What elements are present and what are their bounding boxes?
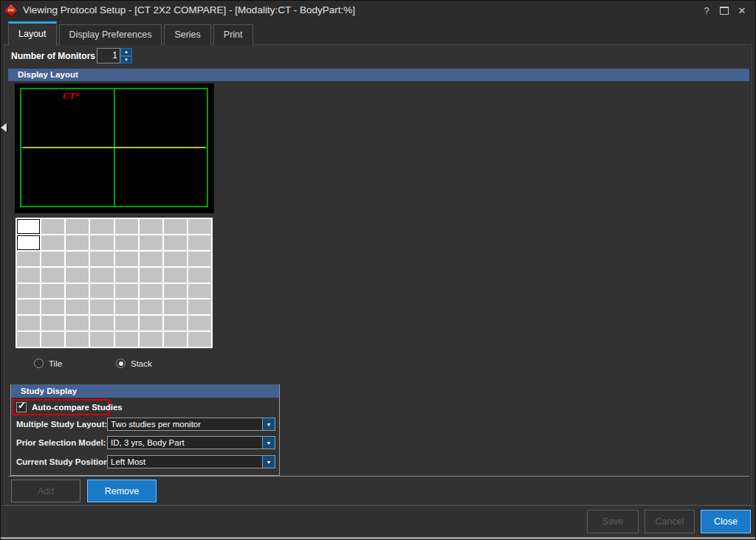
grid-selector-cell[interactable]	[140, 300, 162, 314]
grid-selector-cell[interactable]	[66, 284, 89, 299]
grid-selector-cell[interactable]	[17, 252, 40, 266]
multiple-study-layout-select[interactable]: Two studies per monitor ▼	[107, 418, 275, 431]
grid-selector-cell[interactable]	[164, 300, 187, 314]
help-button[interactable]: ?	[698, 2, 715, 18]
grid-selector-cell[interactable]	[41, 316, 64, 330]
grid-selector-cell[interactable]	[164, 316, 187, 330]
grid-selector-cell[interactable]	[164, 252, 187, 266]
spinner-down-button[interactable]: ▼	[120, 56, 132, 64]
grid-selector-cell[interactable]	[41, 332, 64, 347]
grid-selector-cell[interactable]	[188, 300, 211, 314]
remove-button[interactable]: Remove	[87, 480, 157, 502]
chevron-down-icon[interactable]: ▼	[262, 418, 275, 430]
grid-selector-cell[interactable]	[17, 332, 40, 347]
grid-selector-cell[interactable]	[188, 284, 211, 299]
grid-selector-cell[interactable]	[17, 316, 40, 330]
grid-selector-cell[interactable]	[188, 235, 211, 250]
tab-print[interactable]: Print	[213, 24, 253, 45]
grid-selector-cell[interactable]	[188, 332, 211, 347]
mouse-cursor	[1, 123, 7, 132]
tab-series[interactable]: Series	[164, 24, 210, 45]
preview-cell[interactable]	[115, 148, 207, 206]
grid-selector-cell[interactable]	[90, 219, 113, 234]
grid-selector-cell[interactable]	[140, 332, 162, 347]
grid-selector-cell[interactable]	[90, 252, 113, 266]
grid-selector-cell[interactable]	[41, 300, 64, 314]
grid-selector-cell[interactable]	[66, 252, 89, 266]
maximize-button[interactable]	[715, 2, 733, 18]
grid-selector-cell[interactable]	[90, 284, 113, 299]
grid-selector-cell[interactable]	[115, 300, 138, 314]
grid-selector-cell[interactable]	[90, 332, 113, 347]
spinner-up-button[interactable]: ▲	[120, 48, 132, 56]
grid-selector-cell[interactable]	[90, 235, 113, 250]
grid-selector-cell[interactable]	[115, 268, 138, 283]
grid-selector-cell[interactable]	[140, 219, 162, 234]
grid-selector-cell[interactable]	[90, 268, 113, 283]
grid-selector-cell[interactable]	[115, 332, 138, 347]
grid-selector-cell[interactable]	[140, 268, 162, 283]
grid-selector-cell[interactable]	[115, 235, 138, 250]
grid-selector-cell[interactable]	[140, 252, 162, 266]
grid-selector-cell[interactable]	[115, 316, 138, 330]
auto-compare-label[interactable]: Auto-compare Studies	[32, 403, 123, 412]
number-of-monitors-input[interactable]: 1	[97, 48, 120, 63]
grid-selector-cell[interactable]	[66, 219, 89, 234]
grid-selector-cell[interactable]	[188, 268, 211, 283]
grid-selector-cell[interactable]	[115, 219, 138, 234]
grid-selector-cell[interactable]	[140, 284, 162, 299]
grid-selector-cell[interactable]	[17, 268, 40, 283]
grid-selector-cell[interactable]	[66, 332, 89, 347]
current-study-position-select[interactable]: Left Most ▼	[107, 455, 275, 468]
radio-circle-icon	[116, 359, 126, 368]
window-title: Viewing Protocol Setup - [CT 2X2 COMPARE…	[23, 1, 355, 20]
current-study-position-label: Current Study Position:	[16, 455, 111, 468]
grid-selector-cell[interactable]	[164, 268, 187, 283]
grid-selector-cell[interactable]	[66, 316, 89, 330]
grid-selector-cell[interactable]	[17, 300, 40, 314]
tab-display-preferences[interactable]: Display Preferences	[59, 24, 162, 45]
grid-selector-cell[interactable]	[41, 284, 64, 299]
stack-radio[interactable]: Stack	[116, 359, 152, 368]
add-button[interactable]: Add	[11, 480, 80, 502]
grid-selector-cell[interactable]	[188, 316, 211, 330]
grid-selector-cell[interactable]	[41, 252, 64, 266]
close-window-button[interactable]: ✕	[733, 2, 751, 18]
chevron-down-icon[interactable]: ▼	[262, 437, 275, 449]
cancel-button[interactable]: Cancel	[645, 510, 695, 533]
grid-selector-cell[interactable]	[164, 235, 187, 250]
window-controls: ? ✕	[698, 1, 751, 20]
grid-selector-cell[interactable]	[164, 219, 187, 234]
preview-cell[interactable]	[21, 148, 114, 206]
preview-cell[interactable]	[115, 89, 207, 147]
prior-selection-model-select[interactable]: ID, 3 yrs, Body Part ▼	[107, 436, 275, 449]
grid-selector-cell[interactable]	[17, 235, 40, 250]
grid-selector-cell[interactable]	[17, 284, 40, 299]
grid-selector-cell[interactable]	[140, 235, 162, 250]
grid-selector-cell[interactable]	[66, 268, 89, 283]
grid-selector-cell[interactable]	[41, 268, 64, 283]
tab-layout[interactable]: Layout	[8, 21, 57, 46]
grid-selector-cell[interactable]	[140, 316, 162, 330]
tile-grid-selector	[16, 218, 213, 348]
grid-selector-cell[interactable]	[188, 252, 211, 266]
save-button[interactable]: Save	[587, 510, 639, 533]
title-bar: PR Viewing Protocol Setup - [CT 2X2 COMP…	[1, 1, 755, 20]
multiple-study-layout-label: Multiple Study Layout:	[16, 418, 107, 431]
grid-selector-cell[interactable]	[41, 219, 64, 234]
grid-selector-cell[interactable]	[66, 300, 89, 314]
close-button[interactable]: Close	[701, 510, 751, 533]
grid-selector-cell[interactable]	[188, 219, 211, 234]
grid-selector-cell[interactable]	[17, 219, 40, 234]
chevron-down-icon[interactable]: ▼	[262, 456, 275, 468]
grid-selector-cell[interactable]	[164, 332, 187, 347]
grid-selector-cell[interactable]	[115, 284, 138, 299]
tile-radio[interactable]: Tile	[34, 359, 62, 368]
auto-compare-checkbox[interactable]: ✓	[16, 402, 27, 412]
grid-selector-cell[interactable]	[41, 235, 64, 250]
grid-selector-cell[interactable]	[115, 252, 138, 266]
grid-selector-cell[interactable]	[164, 284, 187, 299]
grid-selector-cell[interactable]	[66, 235, 89, 250]
grid-selector-cell[interactable]	[90, 300, 113, 314]
grid-selector-cell[interactable]	[90, 316, 113, 330]
